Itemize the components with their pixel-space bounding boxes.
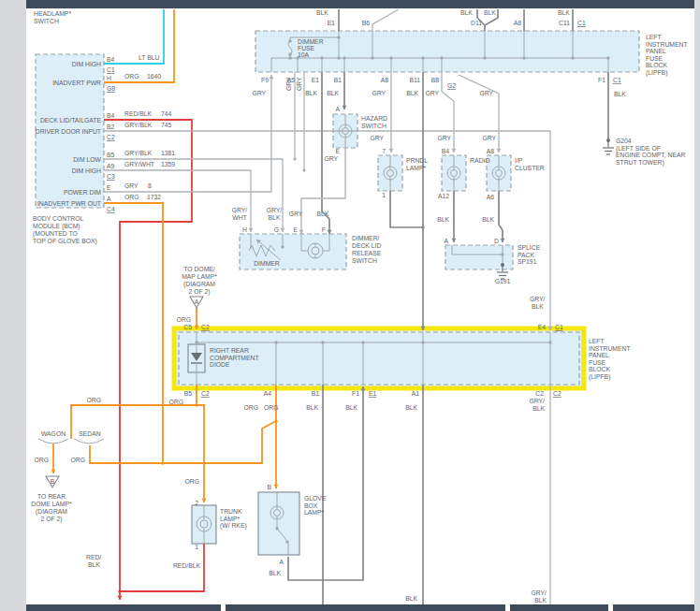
gry-8-wire <box>104 75 271 192</box>
wire-label: ORG <box>124 73 139 80</box>
wire-label: A <box>279 559 284 565</box>
dimmer-fuse-label: FUSE <box>298 45 315 51</box>
junction-dot <box>501 253 503 255</box>
wire-label: E <box>335 148 340 154</box>
wire-label: GRY <box>289 211 303 217</box>
wire-label: GRY <box>372 90 386 96</box>
connector-ref-label: C2 <box>201 390 210 397</box>
wire-label: BLK <box>345 404 357 411</box>
wire-label: B2 <box>107 124 115 130</box>
wire-label: A <box>335 106 340 112</box>
dimmer-decklid-label: RELEASE <box>352 250 382 256</box>
junction-dot <box>361 341 364 343</box>
gry-wht-1359-wire <box>104 170 251 232</box>
connector-ref-label: C2 <box>201 324 210 330</box>
g191-label: G191 <box>495 278 511 284</box>
wire-label: E4 <box>538 324 547 330</box>
wire-arrowhead <box>451 239 456 242</box>
junction-dot <box>288 56 291 59</box>
trunk-lamp-label: (W/ RKE) <box>220 522 247 530</box>
hazard-switch-label: SWITCH <box>361 123 386 129</box>
headlamp-switch-label: SWITCH <box>34 18 59 24</box>
wire-arrowhead <box>327 230 331 234</box>
wire-label: BLK <box>88 561 100 568</box>
wire-label: A4 <box>264 390 272 397</box>
junction-dot <box>337 36 340 38</box>
junction-dot <box>440 56 443 59</box>
wire-label: A8 <box>487 148 495 154</box>
junction-dot <box>421 341 424 343</box>
org-1732-wire <box>104 203 163 463</box>
wiring-diagram-page: ABB4C1DIM HIGHLT BLUHG8INADVERT PWRORG16… <box>0 0 700 611</box>
hazard-switch-label: HAZARD <box>361 115 387 122</box>
wire-label: C11 <box>559 20 570 26</box>
wire-arrowhead <box>500 239 504 242</box>
wire-label: D11 <box>471 20 482 26</box>
wire-label: GRY <box>425 90 439 96</box>
wire-label: 744 <box>161 110 172 117</box>
org-trunk-branch-wire <box>197 405 204 502</box>
junction-dot <box>389 56 392 59</box>
wire-arrowhead <box>280 228 284 232</box>
wire-label: BLK <box>305 90 317 96</box>
wire-label: GRY/BLK <box>124 150 153 156</box>
junction-dot <box>321 341 324 343</box>
diode-label: RIGHT REAR <box>210 347 249 354</box>
wire-label: 1 <box>382 192 386 198</box>
connector-ref-label: E1 <box>369 390 377 397</box>
lipfb-top-label: BLOCK <box>646 62 668 68</box>
dimmer-fuse-label: 10A <box>298 51 310 58</box>
connector-ref-label: C1 <box>613 77 621 83</box>
to-rear-dome-lamp-label: (DIAGRAM <box>36 508 67 516</box>
junction-dot <box>421 56 424 59</box>
trunk-lamp-label: LAMP* <box>220 516 241 522</box>
wire-arrowhead <box>496 149 501 153</box>
g204-label: ENGINE COMPT, NEAR <box>616 152 685 158</box>
connector-ref-label: C2 <box>553 390 561 397</box>
wire-label: BLK <box>534 597 547 604</box>
wire-label: GRY <box>437 135 451 141</box>
g204-label: G204 <box>616 138 632 144</box>
wire-label: BLK <box>405 595 417 602</box>
wire-label: E1 <box>328 20 336 26</box>
junction-dot <box>337 56 340 59</box>
bcm-caption: TOP OF GLOVE BOX) <box>33 238 97 245</box>
wire-label: 1 <box>195 544 198 550</box>
glove-box-lamp-label: LAMP* <box>304 509 325 516</box>
wire-label: H <box>242 226 247 233</box>
wire-label: BLK <box>532 405 545 412</box>
g204-label: STRUT TOWER) <box>616 159 664 167</box>
glove-box-lamp-box <box>258 492 299 555</box>
wire-label: WHT <box>232 214 246 221</box>
wire-label: BLK <box>269 570 281 576</box>
wire-label: GRY/ <box>530 296 546 302</box>
wire-label: B6 <box>362 20 371 26</box>
wire-label: A1 <box>412 390 420 397</box>
wire-label: DIM HIGH <box>72 61 101 67</box>
wire-arrowhead <box>51 470 55 473</box>
prndl-lamp-label: PRNDL <box>406 157 428 164</box>
to-rear-dome-lamp-label: 2 OF 2) <box>40 516 62 523</box>
wire-label: GRY/WHT <box>124 161 154 167</box>
wire-label: 2 <box>195 500 198 506</box>
bcm-caption: BODY CONTROL <box>33 215 83 222</box>
wire-arrowhead <box>299 230 303 234</box>
wire-label: F <box>322 226 326 233</box>
lipfb-bottom-label: LEFT <box>589 338 605 344</box>
junction-dot <box>606 56 609 59</box>
wire-label: B11 <box>409 77 420 83</box>
wire-label: GRY/ <box>232 207 248 213</box>
wiring-diagram-canvas: ABB4C1DIM HIGHLT BLUHG8INADVERT PWRORG16… <box>0 0 700 611</box>
wire-label: DIM HIGH <box>72 167 101 174</box>
wire-label: GRY <box>482 135 496 141</box>
wire-label: LT BLU <box>139 54 160 61</box>
wire-label: GRY <box>370 135 384 141</box>
lipfb-top-label: INSTRUMENT <box>646 41 688 48</box>
wire-label: F9 <box>261 77 269 83</box>
wire-label: 745 <box>161 122 172 128</box>
junction-dot <box>274 341 277 343</box>
wire-label: GRY/BLK <box>124 122 153 128</box>
junction-dot <box>371 56 373 59</box>
wire-label: H <box>107 75 111 81</box>
lipfb-bottom-label: (LIPFB) <box>589 373 610 381</box>
